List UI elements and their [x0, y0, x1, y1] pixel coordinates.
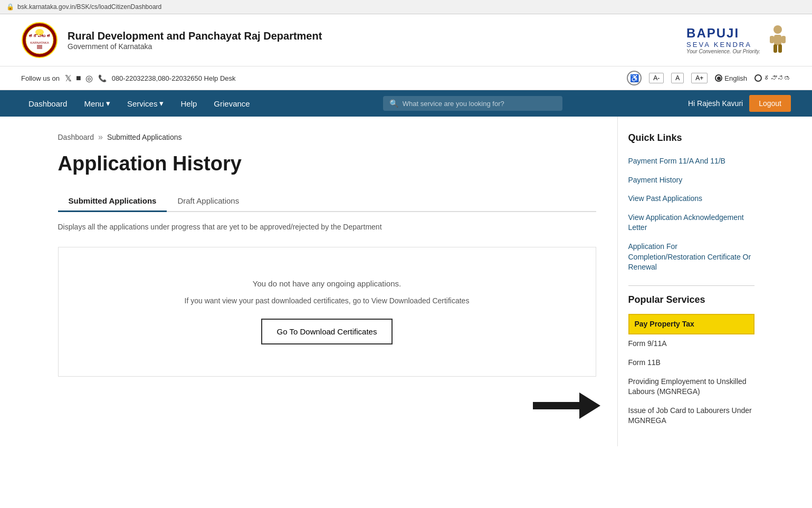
sidebar-item-payment-history[interactable]: Payment History [628, 171, 754, 190]
page-title: Application History [58, 152, 596, 175]
big-arrow-icon [533, 387, 601, 424]
karnataka-emblem: ಕರ್ನಾಟಕ KARNATAKA [21, 22, 58, 59]
instagram-icon[interactable]: ◎ [85, 73, 93, 83]
svg-text:KARNATAKA: KARNATAKA [30, 41, 49, 44]
sidebar-item-mgnrega[interactable]: Providing Employement to Unskilled Labou… [628, 372, 754, 401]
nav-grievance[interactable]: Grievance [206, 91, 257, 117]
bapuji-line2: SEVA KENDRA [686, 41, 760, 49]
dept-name: Rural Development and Panchayat Raj Depa… [68, 30, 322, 42]
svg-marker-13 [579, 392, 600, 419]
facebook-icon[interactable]: ■ [76, 73, 81, 83]
popular-services-title: Popular Services [628, 294, 754, 305]
browser-bar: 🔒 bsk.karnataka.gov.in/BSK/cs/loadCitize… [0, 0, 812, 14]
phone-number: 080-22032238,080-22032650 Help Desk [112, 74, 236, 82]
bapuji-tagline: Your Convenience. Our Priority. [686, 49, 760, 54]
sidebar-item-job-card[interactable]: Issue of Job Card to Labourers Under MGN… [628, 401, 754, 430]
quick-links-title: Quick Links [628, 132, 754, 143]
font-smaller-btn[interactable]: A- [649, 73, 664, 83]
nav-bar: Dashboard Menu ▾ Services ▾ Help Grievan… [0, 90, 812, 117]
svg-rect-12 [533, 402, 580, 409]
download-hint: If you want view your past downloaded ce… [185, 296, 470, 305]
sidebar-item-payment-form[interactable]: Payment Form 11/A And 11/B [628, 152, 754, 171]
font-normal-btn[interactable]: A [671, 73, 684, 83]
menu-chevron-icon: ▾ [106, 99, 110, 108]
svg-rect-8 [770, 36, 774, 43]
lang-kannada-option[interactable]: ಕನ್ನಡ [754, 74, 791, 82]
phone-icon: 📞 [98, 74, 107, 82]
nav-dashboard[interactable]: Dashboard [21, 91, 74, 117]
breadcrumb-separator: » [98, 132, 103, 142]
nav-services[interactable]: Services ▾ [120, 90, 171, 117]
sidebar-item-form-11b[interactable]: Form 11B [628, 353, 754, 372]
lock-icon: 🔒 [6, 3, 14, 11]
sidebar-divider [628, 285, 754, 286]
sidebar-item-app-completion[interactable]: Application For Completion/Restoration C… [628, 237, 754, 277]
logout-button[interactable]: Logout [749, 95, 791, 112]
svg-point-4 [35, 29, 44, 35]
svg-rect-10 [773, 44, 777, 53]
svg-rect-7 [774, 35, 781, 45]
svg-rect-5 [37, 45, 42, 49]
nav-search-box[interactable]: 🔍 [383, 96, 562, 111]
search-input[interactable] [403, 100, 556, 108]
services-chevron-icon: ▾ [159, 99, 164, 108]
content-area: Dashboard » Submitted Applications Appli… [58, 117, 617, 446]
logo-area: ಕರ್ನಾಟಕ KARNATAKA Rural Development and … [21, 22, 322, 59]
lang-english-option[interactable]: English [715, 74, 747, 82]
breadcrumb-current: Submitted Applications [107, 133, 182, 141]
svg-rect-11 [778, 44, 782, 53]
nav-right: Hi Rajesh Kavuri Logout [688, 95, 791, 112]
social-icons: 𝕏 ■ ◎ [65, 73, 93, 83]
nav-help[interactable]: Help [173, 91, 204, 117]
sidebar-item-view-app-ack[interactable]: View Application Acknowledgement Letter [628, 208, 754, 237]
svg-rect-9 [781, 36, 786, 43]
follow-us-label: Follow us on [21, 74, 60, 82]
font-larger-btn[interactable]: A+ [691, 73, 708, 83]
bapuji-text-block: BAPUJI SEVA KENDRA Your Convenience. Our… [686, 26, 760, 54]
info-bar-left: Follow us on 𝕏 ■ ◎ 📞 080-22032238,080-22… [21, 73, 236, 83]
applications-box: You do not have any ongoing applications… [58, 247, 596, 377]
arrow-svg [533, 387, 601, 424]
empty-message: You do not have any ongoing applications… [253, 279, 401, 288]
arrow-area [58, 387, 596, 424]
nav-menu[interactable]: Menu ▾ [77, 90, 118, 117]
site-header: ಕರ್ನಾಟಕ KARNATAKA Rural Development and … [0, 14, 812, 66]
tabs: Submitted Applications Draft Application… [58, 191, 596, 212]
tab-submitted[interactable]: Submitted Applications [58, 191, 167, 212]
sidebar-item-form-9-11a[interactable]: Form 9/11A [628, 334, 754, 353]
breadcrumb: Dashboard » Submitted Applications [58, 132, 596, 142]
lang-english-radio[interactable] [715, 74, 722, 82]
go-to-download-cert-button[interactable]: Go To Download Certificates [261, 319, 393, 344]
bapuji-logo-area: BAPUJI SEVA KENDRA Your Convenience. Our… [686, 24, 791, 56]
tab-draft[interactable]: Draft Applications [167, 191, 250, 212]
lang-kannada-radio[interactable] [754, 74, 762, 82]
sidebar-item-pay-property-tax[interactable]: Pay Property Tax [628, 314, 754, 335]
sidebar: Quick Links Payment Form 11/A And 11/B P… [617, 117, 754, 446]
lang-kannada-label: ಕನ್ನಡ [764, 74, 791, 82]
bapuji-main: BAPUJI SEVA KENDRA Your Convenience. Our… [686, 24, 791, 56]
govt-name: Government of Karnataka [68, 42, 322, 51]
bapuji-line1: BAPUJI [686, 26, 760, 41]
search-icon: 🔍 [389, 99, 398, 108]
svg-point-6 [773, 25, 782, 34]
breadcrumb-home[interactable]: Dashboard [58, 133, 94, 141]
nav-left: Dashboard Menu ▾ Services ▾ Help Grievan… [21, 90, 257, 117]
site-title: Rural Development and Panchayat Raj Depa… [68, 30, 322, 51]
browser-url: bsk.karnataka.gov.in/BSK/cs/loadCitizenD… [17, 3, 161, 11]
main-container: Dashboard » Submitted Applications Appli… [37, 117, 776, 446]
sidebar-item-view-past-apps[interactable]: View Past Applications [628, 189, 754, 208]
info-bar-right: ♿ A- A A+ English ಕನ್ನಡ [627, 71, 791, 85]
twitter-icon[interactable]: 𝕏 [65, 73, 72, 83]
tab-description: Displays all the applications under prog… [58, 223, 596, 231]
info-bar: Follow us on 𝕏 ■ ◎ 📞 080-22032238,080-22… [0, 66, 812, 90]
user-greeting: Hi Rajesh Kavuri [688, 99, 743, 108]
bapuji-icon [765, 24, 791, 56]
lang-english-label: English [724, 74, 747, 82]
accessibility-icon[interactable]: ♿ [627, 71, 642, 85]
